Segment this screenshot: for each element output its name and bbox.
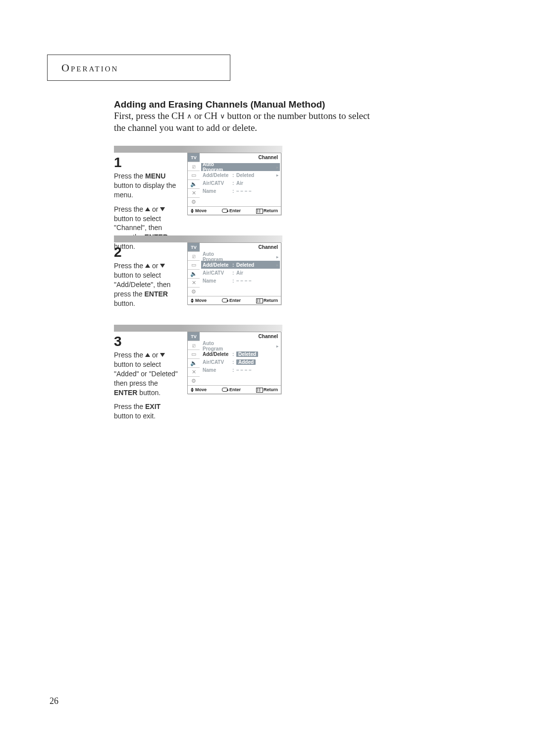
page-heading: Adding and Erasing Channels (Manual Meth… [114, 99, 325, 110]
channel-icon: ✕ [188, 368, 200, 377]
menu-item: Air/CATV:Added [203, 358, 278, 366]
tv-sidebar: TV ⎚ ▭ 🔈 ✕ ⚙ [188, 332, 200, 387]
input-icon: ⎚ [188, 252, 200, 261]
intro-part: or CH [192, 111, 219, 121]
intro-text: First, press the CH ∧ or CH ∨ button or … [114, 110, 372, 134]
tv-sidebar-head: TV [188, 243, 200, 252]
move-icon [191, 388, 194, 392]
return-icon [256, 388, 262, 392]
intro-part: First, press the CH [114, 111, 187, 121]
enter-icon [222, 298, 228, 302]
picture-icon: ▭ [188, 261, 200, 270]
menu-item: Name:– – – – [203, 366, 278, 374]
menu-item: Name:– – – – [203, 277, 278, 285]
tv-sidebar: TV ⎚ ▭ 🔈 ✕ ⚙ [188, 243, 200, 297]
return-icon [256, 298, 262, 302]
tv-menu-title: Channel [259, 244, 278, 250]
tv-menu-body: Auto Program▸ Add/Delete:Deleted▸ Air/CA… [203, 163, 278, 195]
page-number: 26 [50, 696, 58, 706]
tv-menu-body: Auto Program▸ Add/Delete:Deleted Air/CAT… [203, 342, 278, 374]
ch-down-icon: ∨ [220, 112, 225, 121]
input-icon: ⎚ [188, 162, 200, 171]
enter-icon [222, 209, 228, 213]
step-instructions: Press the or button to select "Add/Delet… [114, 261, 181, 308]
section-label: Operation [61, 61, 118, 74]
up-arrow-icon [145, 353, 150, 357]
setup-icon: ⚙ [188, 288, 200, 296]
sound-icon: 🔈 [188, 359, 200, 368]
step-divider [114, 146, 282, 153]
popup-value-added: Added [236, 359, 256, 365]
step-instructions: Press the or button to select "Added" or… [114, 350, 181, 421]
picture-icon: ▭ [188, 171, 200, 180]
tv-menu-screenshot-3: TV ⎚ ▭ 🔈 ✕ ⚙ Channel Auto Program▸ Add/D… [187, 332, 281, 394]
enter-icon [222, 388, 228, 392]
move-icon [191, 298, 194, 303]
up-arrow-icon [145, 207, 150, 211]
sound-icon: 🔈 [188, 180, 200, 189]
down-arrow-icon [160, 353, 165, 357]
tv-menu-title: Channel [259, 334, 278, 339]
menu-item: Auto Program▸ [203, 253, 278, 261]
tv-sidebar-head: TV [188, 332, 200, 341]
menu-item: Auto Program▸ [203, 342, 278, 350]
menu-item: Add/Delete:Deleted▸ [203, 171, 278, 179]
down-arrow-icon [160, 264, 165, 268]
tv-menu-screenshot-2: TV ⎚ ▭ 🔈 ✕ ⚙ Channel Auto Program▸ Add/D… [187, 242, 281, 305]
tv-menu-body: Auto Program▸ Add/Delete:Deleted▸ Air/CA… [203, 253, 278, 285]
channel-icon: ✕ [188, 279, 200, 288]
channel-icon: ✕ [188, 189, 200, 198]
tv-footer: Move Enter Return [188, 206, 281, 215]
menu-item: Air/CATV:Air [203, 179, 278, 187]
menu-item-selected: Auto Program▸ [201, 163, 280, 171]
ch-up-icon: ∧ [187, 112, 192, 121]
popup-value-deleted: Deleted [236, 351, 258, 357]
down-arrow-icon [160, 207, 165, 211]
setup-icon: ⚙ [188, 198, 200, 207]
menu-item-selected: Add/Delete:Deleted▸ [201, 261, 280, 269]
menu-item: Name:– – – – [203, 187, 278, 195]
up-arrow-icon [145, 264, 150, 268]
tv-menu-screenshot-1: TV ⎚ ▭ 🔈 ✕ ⚙ Channel Auto Program▸ Add/D… [187, 153, 281, 215]
tv-sidebar: TV ⎚ ▭ 🔈 ✕ ⚙ [188, 153, 200, 208]
tv-menu-title: Channel [259, 155, 278, 160]
menu-item: Add/Delete:Deleted [203, 350, 278, 358]
tv-footer: Move Enter Return [188, 296, 281, 304]
tv-footer: Move Enter Return [188, 385, 281, 394]
manual-page: Operation Adding and Erasing Channels (M… [0, 0, 535, 756]
step-divider [114, 325, 282, 332]
step-divider [114, 235, 282, 242]
setup-icon: ⚙ [188, 377, 200, 386]
menu-item: Air/CATV:Air [203, 269, 278, 277]
section-tab: Operation [47, 55, 230, 81]
picture-icon: ▭ [188, 350, 200, 359]
input-icon: ⎚ [188, 341, 200, 350]
move-icon [191, 209, 194, 213]
tv-sidebar-head: TV [188, 153, 200, 162]
return-icon [256, 209, 262, 213]
sound-icon: 🔈 [188, 270, 200, 279]
